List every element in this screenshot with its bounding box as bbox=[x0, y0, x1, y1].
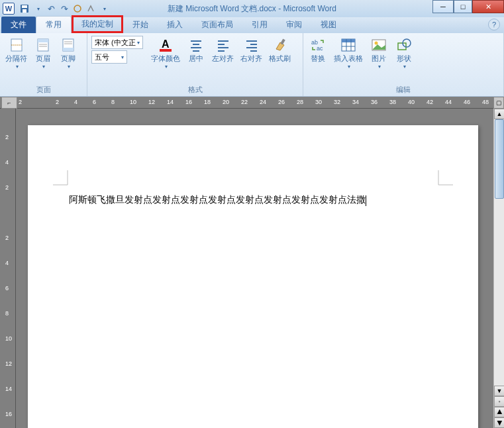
qat-tool1-icon[interactable] bbox=[72, 3, 83, 15]
tab-start[interactable]: 开始 bbox=[123, 17, 158, 33]
tab-file[interactable]: 文件 bbox=[1, 17, 36, 33]
ruler-tick: 14 bbox=[167, 99, 174, 105]
ruler-tick: 24 bbox=[260, 99, 266, 105]
scroll-up-button[interactable]: ▲ bbox=[494, 109, 504, 119]
ruler-toggle-button[interactable]: ▢ bbox=[493, 97, 504, 109]
chevron-down-icon: ▾ bbox=[165, 64, 168, 70]
chevron-down-icon: ▾ bbox=[137, 40, 140, 46]
group-page-label: 页面 bbox=[4, 83, 83, 96]
header-button[interactable]: 页眉 ▾ bbox=[32, 36, 54, 71]
minimize-button[interactable]: ─ bbox=[432, 0, 454, 13]
group-page: 分隔符 ▾ 页眉 ▾ 页脚 ▾ 页面 bbox=[0, 33, 87, 96]
chevron-down-icon: ▾ bbox=[68, 64, 70, 70]
ruler-tick: 38 bbox=[389, 99, 396, 105]
font-size-select[interactable]: 五号▾ bbox=[91, 50, 127, 64]
picture-icon bbox=[371, 37, 387, 53]
font-color-icon: A bbox=[158, 37, 174, 53]
vertical-scrollbar[interactable]: ▲ ▼ ◦ ⯅ ⯆ bbox=[493, 109, 504, 428]
chevron-down-icon: ▾ bbox=[348, 64, 350, 70]
align-right-button[interactable]: 右对齐 bbox=[239, 36, 264, 64]
svg-text:ac: ac bbox=[317, 45, 323, 52]
svg-rect-11 bbox=[63, 48, 74, 51]
qat-redo-button[interactable]: ↷ bbox=[58, 3, 70, 15]
ruler-h-ticks: 2246810121416182022242628303234363840424… bbox=[19, 97, 493, 109]
qat-save-button[interactable] bbox=[19, 3, 30, 15]
text-cursor bbox=[366, 195, 366, 206]
header-icon bbox=[35, 37, 51, 53]
align-left-button[interactable]: 左对齐 bbox=[211, 36, 235, 64]
ruler-tick: 2 bbox=[19, 99, 22, 105]
word-app-icon: W bbox=[3, 3, 15, 15]
qat-dropdown2-icon[interactable]: ▾ bbox=[98, 3, 110, 15]
ruler-tick: 28 bbox=[297, 99, 303, 105]
document-page[interactable]: 阿斯顿飞撒旦发射点发射点发射点发射点发射点发射点发射点发射点法撒 bbox=[28, 125, 478, 428]
align-left-icon bbox=[215, 37, 231, 53]
font-color-button[interactable]: A 字体颜色 ▾ bbox=[150, 36, 181, 71]
ruler-tick: 4 bbox=[5, 159, 9, 166]
qat-tool2-icon[interactable] bbox=[85, 3, 97, 15]
ruler-tick: 14 bbox=[5, 386, 12, 392]
ruler-tick: 8 bbox=[5, 310, 9, 317]
scroll-down-button[interactable]: ▼ bbox=[494, 386, 504, 396]
separator-icon bbox=[9, 37, 25, 53]
ruler-tick: 2 bbox=[56, 99, 59, 105]
vertical-ruler[interactable]: 242246810121416 bbox=[0, 109, 16, 428]
browse-object-button[interactable]: ◦ bbox=[494, 396, 504, 407]
svg-rect-1 bbox=[22, 5, 27, 8]
chevron-down-icon: ▾ bbox=[403, 64, 406, 70]
ruler-tick: 4 bbox=[74, 99, 77, 105]
font-controls: 宋体 (中文正▾ 五号▾ bbox=[91, 36, 143, 64]
svg-point-37 bbox=[375, 42, 378, 45]
svg-rect-7 bbox=[38, 39, 48, 42]
ruler-tick: 32 bbox=[334, 99, 340, 105]
ruler-tick: 44 bbox=[445, 99, 452, 105]
qat-undo-button[interactable]: ↶ bbox=[45, 3, 57, 15]
horizontal-ruler[interactable]: ⌐ 22468101214161820222426283032343638404… bbox=[0, 97, 493, 109]
tab-view[interactable]: 视图 bbox=[311, 17, 346, 33]
ruler-tick: 16 bbox=[5, 411, 12, 417]
tab-mycustom[interactable]: 我的定制 bbox=[72, 15, 123, 33]
ruler-tick: 18 bbox=[204, 99, 211, 105]
svg-rect-2 bbox=[23, 9, 26, 13]
format-painter-button[interactable]: 格式刷 bbox=[268, 36, 292, 64]
ruler-tick: 6 bbox=[93, 99, 96, 105]
document-body-text[interactable]: 阿斯顿飞撒旦发射点发射点发射点发射点发射点发射点发射点发射点法撒 bbox=[69, 194, 366, 206]
ruler-tick: 2 bbox=[5, 235, 9, 241]
chevron-down-icon: ▾ bbox=[16, 64, 19, 70]
svg-rect-15 bbox=[160, 49, 172, 52]
font-family-select[interactable]: 宋体 (中文正▾ bbox=[91, 36, 143, 49]
document-viewport[interactable]: 阿斯顿飞撒旦发射点发射点发射点发射点发射点发射点发射点发射点法撒 bbox=[16, 109, 493, 428]
scroll-thumb[interactable] bbox=[495, 119, 504, 199]
insert-table-button[interactable]: 插入表格 ▾ bbox=[332, 36, 364, 71]
next-page-button[interactable]: ⯆ bbox=[494, 417, 504, 428]
ruler-tick: 10 bbox=[5, 335, 12, 342]
maximize-button[interactable]: □ bbox=[454, 0, 472, 13]
ruler-tick: 48 bbox=[482, 99, 489, 105]
align-center-icon bbox=[188, 37, 204, 53]
group-format-label: 格式 bbox=[91, 83, 299, 96]
tab-insert[interactable]: 插入 bbox=[158, 17, 192, 33]
picture-button[interactable]: 图片 ▾ bbox=[368, 36, 389, 71]
ruler-tick: 36 bbox=[371, 99, 378, 105]
group-format: 宋体 (中文正▾ 五号▾ A 字体颜色 ▾ 居中 左对齐 右对齐 bbox=[87, 33, 303, 96]
tab-changyong[interactable]: 常用 bbox=[36, 16, 72, 33]
ruler-tick: 46 bbox=[464, 99, 470, 105]
shape-icon bbox=[396, 37, 412, 53]
footer-button[interactable]: 页脚 ▾ bbox=[58, 36, 79, 71]
help-button[interactable]: ? bbox=[488, 19, 500, 30]
ruler-tick: 12 bbox=[5, 360, 12, 367]
align-center-button[interactable]: 居中 bbox=[185, 36, 207, 64]
group-edit: abac 替换 插入表格 ▾ 图片 ▾ 形状 ▾ 编辑 bbox=[303, 33, 504, 96]
tab-reference[interactable]: 引用 bbox=[242, 17, 277, 33]
tab-layout[interactable]: 页面布局 bbox=[192, 17, 242, 33]
replace-button[interactable]: abac 替换 bbox=[307, 36, 328, 64]
ruler-tick: 20 bbox=[223, 99, 229, 105]
separator-button[interactable]: 分隔符 ▾ bbox=[4, 36, 28, 71]
prev-page-button[interactable]: ⯅ bbox=[494, 407, 504, 417]
shape-button[interactable]: 形状 ▾ bbox=[393, 36, 415, 71]
tab-review[interactable]: 审阅 bbox=[277, 17, 311, 33]
ruler-tick: 4 bbox=[5, 260, 9, 266]
ruler-corner[interactable]: ⌐ bbox=[1, 97, 17, 109]
close-button[interactable]: ✕ bbox=[472, 0, 504, 13]
qat-dropdown-icon[interactable]: ▾ bbox=[32, 3, 44, 15]
